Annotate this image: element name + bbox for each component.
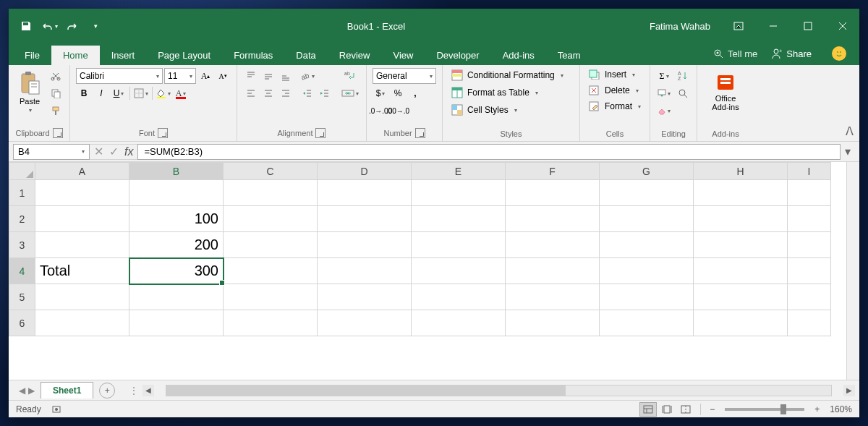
bold-button[interactable]: B bbox=[76, 85, 92, 101]
minimize-button[interactable] bbox=[757, 16, 790, 36]
view-page-layout-button[interactable] bbox=[658, 402, 676, 417]
cell[interactable] bbox=[35, 284, 129, 310]
cell[interactable] bbox=[129, 284, 224, 310]
cell[interactable] bbox=[506, 232, 600, 258]
tab-review[interactable]: Review bbox=[328, 46, 382, 65]
cell[interactable] bbox=[600, 258, 694, 284]
macro-record-icon[interactable] bbox=[51, 404, 61, 414]
qat-customize[interactable]: ▾ bbox=[85, 16, 106, 36]
cell[interactable] bbox=[318, 232, 412, 258]
cell[interactable] bbox=[788, 206, 831, 232]
row-header-2[interactable]: 2 bbox=[9, 206, 35, 232]
increase-font-button[interactable]: A▴ bbox=[197, 68, 213, 84]
cell[interactable] bbox=[412, 206, 506, 232]
tab-page-layout[interactable]: Page Layout bbox=[146, 46, 222, 65]
row-header-4[interactable]: 4 bbox=[9, 258, 35, 284]
copy-button[interactable] bbox=[48, 85, 64, 101]
select-all-corner[interactable] bbox=[9, 163, 35, 180]
increase-indent-button[interactable] bbox=[317, 85, 333, 101]
cell-B2[interactable]: 100 bbox=[129, 206, 224, 232]
orientation-button[interactable]: ab▾ bbox=[299, 68, 315, 84]
italic-button[interactable]: I bbox=[93, 85, 109, 101]
insert-cells-button[interactable]: Insert▾ bbox=[586, 68, 644, 81]
font-dialog-launcher[interactable] bbox=[158, 128, 168, 138]
cell[interactable] bbox=[694, 284, 788, 310]
column-header-C[interactable]: C bbox=[224, 163, 318, 180]
tab-file[interactable]: File bbox=[13, 46, 51, 65]
redo-button[interactable] bbox=[62, 16, 82, 36]
cell[interactable] bbox=[600, 310, 694, 336]
horizontal-scrollbar[interactable] bbox=[166, 385, 832, 396]
share-button[interactable]: +Share bbox=[763, 45, 819, 62]
cell[interactable] bbox=[412, 258, 506, 284]
cell[interactable] bbox=[318, 310, 412, 336]
zoom-slider[interactable] bbox=[725, 408, 804, 411]
close-button[interactable] bbox=[826, 16, 859, 36]
save-button[interactable] bbox=[16, 16, 36, 36]
cell[interactable] bbox=[35, 180, 129, 206]
cell[interactable] bbox=[412, 284, 506, 310]
cell[interactable] bbox=[318, 180, 412, 206]
cell[interactable] bbox=[506, 258, 600, 284]
delete-cells-button[interactable]: Delete▾ bbox=[586, 84, 644, 97]
cell[interactable] bbox=[35, 206, 129, 232]
hscroll-left[interactable]: ◀ bbox=[142, 385, 154, 396]
cell[interactable] bbox=[788, 180, 831, 206]
cell[interactable] bbox=[600, 284, 694, 310]
column-header-D[interactable]: D bbox=[318, 163, 412, 180]
cell[interactable] bbox=[412, 180, 506, 206]
row-header-3[interactable]: 3 bbox=[9, 232, 35, 258]
column-header-A[interactable]: A bbox=[35, 163, 129, 180]
cell[interactable] bbox=[35, 310, 129, 336]
merge-center-button[interactable]: ▾ bbox=[340, 85, 360, 101]
cell[interactable] bbox=[694, 258, 788, 284]
column-header-I[interactable]: I bbox=[788, 163, 831, 180]
tell-me-search[interactable]: Tell me bbox=[713, 48, 757, 59]
comma-format-button[interactable]: , bbox=[407, 85, 423, 101]
align-top-button[interactable] bbox=[243, 68, 259, 84]
autosum-button[interactable]: Σ▾ bbox=[656, 68, 672, 84]
decrease-font-button[interactable]: A▾ bbox=[215, 68, 231, 84]
cell[interactable] bbox=[694, 206, 788, 232]
hscroll-right[interactable]: ▶ bbox=[843, 385, 855, 396]
cell[interactable] bbox=[694, 180, 788, 206]
tab-team[interactable]: Team bbox=[546, 46, 592, 65]
cell-A4[interactable]: Total bbox=[35, 258, 129, 284]
accounting-format-button[interactable]: $▾ bbox=[373, 85, 388, 101]
align-bottom-button[interactable] bbox=[278, 68, 294, 84]
cell[interactable] bbox=[506, 206, 600, 232]
cell[interactable] bbox=[318, 284, 412, 310]
column-header-E[interactable]: E bbox=[412, 163, 506, 180]
find-select-button[interactable] bbox=[675, 85, 691, 101]
view-page-break-button[interactable] bbox=[677, 402, 694, 417]
name-box[interactable]: B4▾ bbox=[13, 144, 90, 160]
tab-addins[interactable]: Add-ins bbox=[491, 46, 546, 65]
paste-button[interactable]: Paste▾ bbox=[14, 68, 45, 116]
cell[interactable] bbox=[506, 310, 600, 336]
vertical-scrollbar[interactable] bbox=[846, 162, 859, 380]
cell[interactable] bbox=[600, 206, 694, 232]
view-normal-button[interactable] bbox=[639, 402, 657, 417]
column-header-H[interactable]: H bbox=[694, 163, 788, 180]
fill-button[interactable]: ▾ bbox=[656, 85, 672, 101]
enter-formula-icon[interactable]: ✓ bbox=[109, 145, 119, 158]
percent-format-button[interactable]: % bbox=[390, 85, 406, 101]
row-header-5[interactable]: 5 bbox=[9, 284, 35, 310]
cancel-formula-icon[interactable]: ✕ bbox=[94, 145, 103, 158]
ribbon-display-options[interactable] bbox=[722, 16, 755, 36]
tab-insert[interactable]: Insert bbox=[100, 46, 147, 65]
align-right-button[interactable] bbox=[278, 85, 294, 101]
align-middle-button[interactable] bbox=[260, 68, 276, 84]
clipboard-dialog-launcher[interactable] bbox=[53, 128, 63, 138]
cell-B3[interactable]: 200 bbox=[129, 232, 224, 258]
conditional-formatting-button[interactable]: Conditional Formatting▾ bbox=[448, 68, 566, 82]
cell[interactable] bbox=[224, 310, 318, 336]
cell[interactable] bbox=[224, 206, 318, 232]
cell[interactable] bbox=[788, 258, 831, 284]
cell[interactable] bbox=[318, 206, 412, 232]
cell[interactable] bbox=[600, 180, 694, 206]
feedback-smiley-icon[interactable] bbox=[832, 46, 846, 61]
number-format-combo[interactable]: General▾ bbox=[373, 68, 436, 84]
zoom-level[interactable]: 160% bbox=[830, 404, 852, 414]
row-header-6[interactable]: 6 bbox=[9, 310, 35, 336]
